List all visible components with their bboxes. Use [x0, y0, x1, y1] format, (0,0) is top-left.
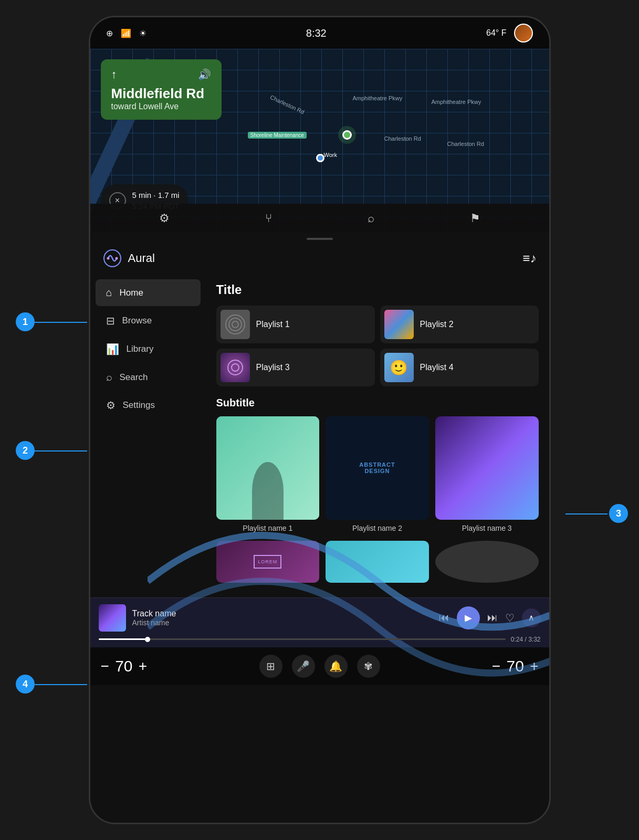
volume-left-minus[interactable]: − [101, 658, 109, 675]
road-label-charleston-2: Charleston Rd [384, 135, 421, 142]
map-pin-icon[interactable]: ⚑ [470, 212, 480, 225]
featured-thumb-2: ABSTRACTDESIGN [326, 416, 429, 520]
app-section: Aural ≡♪ ⌂ Home ⊟ Browse 📊 Library [90, 243, 549, 647]
playlist-name-1: Playlist 1 [256, 320, 290, 329]
signal-icon: 📶 [121, 28, 131, 38]
clock: 8:32 [306, 27, 327, 39]
phone-frame: ⊕ 📶 ☀ 8:32 64° F Work ↑ 🔊 Middlefield Rd [89, 16, 551, 824]
annotation-3: 3 [609, 504, 628, 523]
map-destination-label: Work [324, 152, 337, 158]
svg-point-4 [229, 318, 242, 331]
status-left: ⊕ 📶 ☀ [106, 28, 146, 38]
navigation-card: ↑ 🔊 Middlefield Rd toward Lowell Ave [101, 59, 222, 120]
annotation-line-3 [565, 513, 607, 514]
content-title: Title [216, 282, 539, 297]
playlist-name-2: Playlist 2 [420, 320, 454, 329]
avatar[interactable] [514, 24, 533, 43]
annotation-line-1 [35, 322, 87, 323]
annotation-2: 2 [16, 441, 35, 460]
svg-point-5 [232, 321, 238, 328]
app-header: Aural ≡♪ [90, 243, 549, 274]
brightness-icon: ☀ [139, 28, 146, 38]
eta-time: 5 min · 1.7 mi [132, 190, 180, 201]
drag-handle[interactable] [90, 233, 549, 243]
volume-left-plus[interactable]: + [139, 658, 147, 675]
content-area: Title Playlist 1 [206, 274, 549, 597]
app-logo-area: Aural [103, 249, 155, 268]
playlist-thumb-2 [384, 310, 414, 339]
drag-handle-bar [307, 238, 333, 240]
road-label-charleston-3: Charleston Rd [447, 141, 484, 147]
svg-point-1 [107, 257, 109, 260]
sidebar-item-browse[interactable]: ⊟ Browse [96, 307, 201, 334]
temperature: 64° F [486, 28, 506, 38]
bluetooth-icon: ⊕ [106, 28, 113, 38]
status-right: 64° F [486, 24, 533, 43]
map-destination-dot [316, 154, 324, 162]
road-label-shoreline: Shoreline Maintenance [248, 132, 307, 139]
status-bar: ⊕ 📶 ☀ 8:32 64° F [90, 17, 549, 49]
main-content: ⌂ Home ⊟ Browse 📊 Library ⌕ Search ⚙ [90, 274, 549, 597]
map-toolbar: ⚙ ⑂ ⌕ ⚑ [90, 204, 549, 233]
search-icon: ⌕ [106, 371, 112, 383]
app-logo-icon [103, 249, 122, 268]
sidebar-home-label: Home [120, 288, 143, 298]
settings-icon: ⚙ [106, 399, 116, 412]
svg-point-2 [115, 257, 118, 260]
nav-toward-label: toward Lowell Ave [111, 102, 211, 111]
sidebar-item-home[interactable]: ⌂ Home [96, 279, 201, 306]
playlist-thumb-1 [221, 310, 250, 339]
annotation-1: 1 [16, 312, 35, 331]
annotation-line-2 [35, 450, 87, 452]
progress-bar-track[interactable] [99, 638, 506, 640]
queue-music-icon[interactable]: ≡♪ [522, 251, 536, 266]
progress-dot [145, 637, 150, 642]
featured-card-2[interactable]: ABSTRACTDESIGN Playlist name 2 [326, 416, 429, 532]
featured-grid: Playlist name 1 ABSTRACTDESIGN Playlist … [216, 416, 539, 532]
library-icon: 📊 [106, 343, 119, 355]
app-title: Aural [128, 251, 155, 265]
playlist-card-1[interactable]: Playlist 1 [216, 306, 375, 343]
playlist-grid-small: Playlist 1 Playlist 2 [216, 306, 539, 343]
nav-street-name: Middlefield Rd [111, 86, 211, 102]
volume-left-ctrl: − 70 + [101, 657, 148, 675]
annotation-line-4 [35, 684, 87, 685]
sidebar-search-label: Search [120, 372, 148, 383]
map-location-dot [342, 130, 352, 140]
browse-icon: ⊟ [106, 314, 115, 327]
playlist-card-2[interactable]: Playlist 2 [380, 306, 539, 343]
map-search-icon[interactable]: ⌕ [368, 212, 374, 225]
map-settings-icon[interactable]: ⚙ [159, 212, 170, 225]
road-label-amphitheatre: Amphitheatre Pkwy [353, 95, 403, 101]
sidebar-browse-label: Browse [122, 316, 152, 326]
map-area: Work ↑ 🔊 Middlefield Rd toward Lowell Av… [90, 49, 549, 233]
annotation-4: 4 [16, 675, 35, 694]
volume-left-value: 70 [113, 657, 134, 675]
now-playing-thumbnail [99, 604, 126, 632]
home-icon: ⌂ [106, 287, 112, 299]
progress-bar-fill [99, 638, 148, 640]
road-label-amphitheatre-2: Amphitheatre Pkwy [432, 99, 481, 105]
map-route-icon[interactable]: ⑂ [265, 212, 272, 225]
